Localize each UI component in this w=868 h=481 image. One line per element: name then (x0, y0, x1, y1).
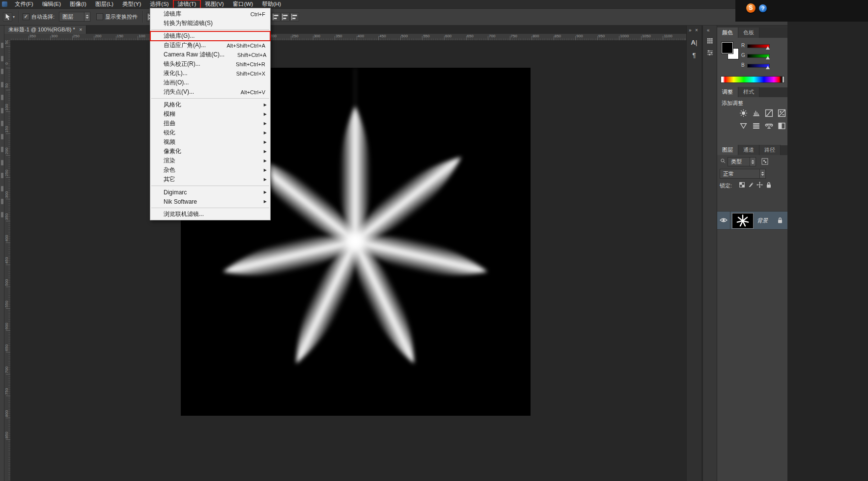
lock-paint-icon[interactable] (747, 181, 755, 188)
tool-icon-edge[interactable] (1, 95, 3, 100)
auto-select-checkbox[interactable]: ✓ (23, 13, 29, 20)
tool-icon-edge[interactable] (1, 147, 3, 152)
tool-icon-edge[interactable] (1, 108, 3, 113)
vibrance-icon[interactable] (738, 121, 749, 131)
s-overlay-icon[interactable]: S (746, 3, 756, 13)
filter-menu-item-视频[interactable]: 视频▶ (150, 137, 270, 147)
tool-icon-edge[interactable] (1, 56, 3, 61)
horizontal-ruler[interactable]: 3503002502001501005005010015020025030035… (10, 34, 686, 41)
filter-menu-item-锐化[interactable]: 锐化▶ (150, 128, 270, 137)
tool-icon-edge[interactable] (1, 212, 3, 217)
tab-调整[interactable]: 调整 (717, 87, 738, 97)
filter-menu-item-渲染[interactable]: 渲染▶ (150, 156, 270, 165)
show-transform-checkbox[interactable] (96, 13, 103, 20)
color-balance-icon[interactable] (763, 121, 774, 131)
filter-menu-item-镜头校正(R)...[interactable]: 镜头校正(R)...Shift+Ctrl+R (150, 59, 270, 69)
filter-menu-item-Digimarc[interactable]: Digimarc▶ (150, 187, 270, 197)
menu-帮助(H)[interactable]: 帮助(H) (257, 0, 285, 8)
ruler-tick (554, 36, 554, 40)
tab-通道[interactable]: 通道 (738, 145, 759, 155)
ruler-origin-corner[interactable] (4, 34, 11, 41)
foreground-color-swatch[interactable] (722, 42, 733, 53)
brightness-contrast-icon[interactable] (738, 108, 749, 118)
distribute-top-icon[interactable] (271, 12, 280, 22)
tool-icon-edge[interactable] (1, 43, 3, 48)
tools-panel-edge[interactable] (0, 25, 4, 481)
filter-menu-item-风格化[interactable]: 风格化▶ (150, 100, 270, 109)
hue-saturation-icon[interactable] (751, 121, 761, 131)
filter-menu-item-Camera Raw 滤镜(C)...[interactable]: Camera Raw 滤镜(C)...Shift+Ctrl+A (150, 50, 270, 59)
tab-图层[interactable]: 图层 (717, 145, 738, 155)
paragraph-panel-icon[interactable]: ¶ (689, 52, 700, 59)
menu-图像(I)[interactable]: 图像(I) (65, 0, 91, 8)
tab-色板[interactable]: 色板 (738, 27, 759, 38)
close-dock-icon[interactable]: × (695, 27, 698, 33)
color-spectrum-ramp[interactable] (721, 76, 784, 83)
help-overlay-icon[interactable]: ? (759, 4, 767, 12)
document-tab[interactable]: 未标题-1 @ 100%(RGB/8) * × (4, 25, 86, 34)
ruler-label: 700 (489, 34, 495, 38)
layer-thumbnail[interactable] (732, 213, 754, 229)
document-close-icon[interactable]: × (79, 27, 82, 32)
filter-menu-item-Nik Software[interactable]: Nik Software▶ (150, 197, 270, 206)
filter-menu-item-滤镜库(G)...[interactable]: 滤镜库(G)... (150, 31, 270, 41)
tool-icon-edge[interactable] (1, 199, 3, 204)
layer-row-background[interactable]: 背景 (717, 211, 788, 230)
lock-transparent-icon[interactable] (738, 181, 746, 188)
filter-menu-item-转换为智能滤镜(S)[interactable]: 转换为智能滤镜(S) (150, 19, 270, 28)
tool-preset-caret-icon[interactable]: ▾ (13, 15, 15, 19)
black-white-icon[interactable] (776, 121, 787, 131)
panel-sliders-icon[interactable] (706, 49, 714, 56)
menu-图层(L)[interactable]: 图层(L) (91, 0, 118, 8)
tool-icon-edge[interactable] (1, 82, 3, 87)
filter-menu-item-油画(O)...[interactable]: 油画(O)... (150, 78, 270, 87)
menu-文件(F)[interactable]: 文件(F) (10, 0, 38, 8)
filter-menu-item-其它[interactable]: 其它▶ (150, 175, 270, 184)
lock-all-icon[interactable] (765, 181, 772, 188)
layer-filter-type-dropdown[interactable]: 类型 (728, 157, 756, 166)
auto-select-target-dropdown[interactable]: 图层 (59, 12, 90, 22)
filter-menu-item-杂色[interactable]: 杂色▶ (150, 165, 270, 175)
slider-handle-icon[interactable] (766, 66, 770, 69)
tab-样式[interactable]: 样式 (738, 87, 759, 97)
filter-menu-item-模糊[interactable]: 模糊▶ (150, 109, 270, 119)
lock-move-icon[interactable] (756, 181, 763, 188)
filter-menu-item-消失点(V)...[interactable]: 消失点(V)...Alt+Ctrl+V (150, 87, 270, 97)
panel-grid-icon[interactable] (706, 37, 714, 45)
slider-handle-icon[interactable] (766, 46, 770, 50)
filter-menu-item-自适应广角(A)...[interactable]: 自适应广角(A)...Alt+Shift+Ctrl+A (150, 41, 270, 50)
menu-窗口(W)[interactable]: 窗口(W) (228, 0, 258, 8)
tool-icon-edge[interactable] (1, 186, 3, 191)
menu-类型(Y)[interactable]: 类型(Y) (118, 0, 145, 8)
exposure-icon[interactable] (776, 108, 787, 118)
blend-mode-dropdown[interactable]: 正常 (720, 169, 766, 179)
layer-visibility-toggle[interactable] (717, 212, 730, 229)
tool-icon-edge[interactable] (1, 121, 3, 126)
menu-视图(V)[interactable]: 视图(V) (200, 0, 228, 8)
pixel-layer-filter-icon[interactable] (761, 158, 768, 165)
filter-menu-item-扭曲[interactable]: 扭曲▶ (150, 119, 270, 128)
collapse-dock-icon[interactable]: « (707, 27, 710, 33)
tab-路径[interactable]: 路径 (759, 145, 781, 155)
curves-icon[interactable] (763, 108, 774, 118)
vertical-ruler[interactable]: 5005010015020025030035040045050055060065… (4, 40, 11, 481)
menu-编辑(E)[interactable]: 编辑(E) (38, 0, 65, 8)
expand-dock-icon[interactable]: » (689, 27, 692, 33)
tool-icon-edge[interactable] (1, 173, 3, 178)
tool-icon-edge[interactable] (1, 69, 3, 74)
tool-icon-edge[interactable] (1, 134, 3, 139)
tool-icon-edge[interactable] (1, 160, 3, 165)
distribute-middle-icon[interactable] (280, 12, 290, 22)
distribute-bottom-icon[interactable] (290, 12, 299, 22)
slider-handle-icon[interactable] (766, 56, 770, 59)
menu-滤镜(T)[interactable]: 滤镜(T) (173, 0, 201, 8)
levels-icon[interactable] (751, 108, 761, 118)
filter-menu-item-像素化[interactable]: 像素化▶ (150, 147, 270, 156)
move-tool-icon[interactable] (3, 12, 12, 22)
menu-选择(S)[interactable]: 选择(S) (145, 0, 173, 8)
filter-menu-item-滤镜库[interactable]: 滤镜库Ctrl+F (150, 9, 270, 19)
character-panel-icon[interactable]: A| (689, 39, 700, 46)
filter-menu-item-液化(L)...[interactable]: 液化(L)...Shift+Ctrl+X (150, 69, 270, 78)
tab-颜色[interactable]: 颜色 (717, 27, 738, 38)
filter-menu-item-浏览联机滤镜...[interactable]: 浏览联机滤镜... (150, 210, 270, 219)
